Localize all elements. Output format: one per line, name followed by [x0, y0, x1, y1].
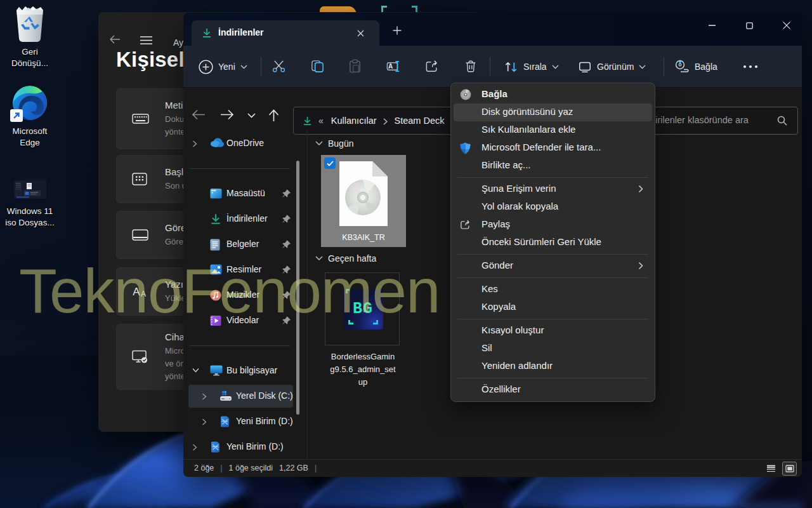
thumbnail-view-icon[interactable] — [782, 462, 797, 476]
sort-icon — [504, 60, 518, 74]
sidebar-item-yeni-birim-d[interactable]: Yeni Birim (D:) — [183, 436, 296, 458]
tree-chevron-icon[interactable] — [202, 393, 207, 400]
share-button[interactable] — [425, 59, 440, 74]
section-header-last-week[interactable]: Geçen hafta — [315, 253, 376, 264]
edge-icon — [11, 84, 48, 121]
sidebar-label: Belgeler — [226, 239, 259, 249]
chevron-down-icon — [240, 65, 247, 69]
desktop-icon-microsoft-edge[interactable]: MicrosoftEdge — [0, 84, 60, 149]
tree-chevron-icon[interactable] — [202, 418, 207, 425]
new-button[interactable]: Yeni — [193, 55, 252, 79]
sidebar-item-belgeler[interactable]: Belgeler — [183, 233, 296, 256]
menu-item-paylaş[interactable]: Paylaş — [454, 216, 652, 234]
tab-indirilenler[interactable]: İndirilenler — [192, 20, 379, 46]
menu-item-microsoft-defender-ile-tara[interactable]: Microsoft Defender ile tara... — [454, 139, 652, 157]
back-icon[interactable] — [192, 109, 206, 120]
recycle-bin-icon — [13, 6, 46, 43]
mount-label: Bağla — [695, 62, 717, 72]
tab-close-icon[interactable] — [354, 27, 367, 39]
section-header-today[interactable]: Bugün — [315, 138, 353, 149]
tree-chevron-icon[interactable] — [192, 140, 197, 147]
selection-checkbox[interactable] — [324, 157, 336, 169]
breadcrumb-overflow-chevron[interactable]: « — [318, 116, 324, 126]
menu-item-önceki-sürümleri-geri-yükle[interactable]: Önceki Sürümleri Geri Yükle — [454, 234, 652, 251]
status-bar: 2 öğe | 1 öğe seçildi 1,22 GB | — [183, 459, 802, 477]
menu-item-kısayol-oluştur[interactable]: Kısayol oluştur — [454, 322, 652, 340]
view-button[interactable]: Görünüm — [573, 55, 651, 79]
delete-button[interactable] — [464, 59, 479, 74]
sidebar-label: Bu bilgisayar — [226, 365, 277, 375]
paste-button[interactable] — [348, 59, 363, 74]
menu-item-yeniden-adlandır[interactable]: Yeniden adlandır — [454, 358, 652, 375]
pin-icon — [282, 189, 291, 198]
desktop-icon-windows-11-iso[interactable]: Windows 11iso Dosyas... — [0, 177, 60, 229]
menu-item-kopyala[interactable]: Kopyala — [454, 298, 652, 316]
search-icon[interactable] — [777, 116, 787, 126]
more-button[interactable] — [738, 60, 763, 74]
menu-separator — [451, 251, 655, 257]
this-pc-icon — [210, 365, 221, 377]
view-icon — [578, 60, 592, 74]
breadcrumb-steam-deck[interactable]: Steam Deck — [395, 116, 445, 126]
new-tab-icon[interactable] — [393, 26, 402, 35]
keyboard-icon — [132, 112, 149, 125]
download-icon — [303, 116, 312, 126]
menu-item-label: Kopyala — [481, 301, 516, 312]
menu-item-özellikler[interactable]: Özellikler — [454, 381, 652, 399]
menu-item-sık-kullanılanlara-ekle[interactable]: Sık Kullanılanlara ekle — [454, 121, 652, 139]
sidebar-item-m-zikler[interactable]: Müzikler — [183, 284, 296, 307]
menu-separator — [451, 275, 655, 281]
menu-item-gönder[interactable]: Gönder — [454, 257, 652, 275]
pin-icon — [282, 290, 291, 300]
recent-locations-chevron-icon[interactable] — [247, 113, 256, 118]
sidebar-item-yerel-disk-c[interactable]: Yerel Disk (C:) — [183, 385, 296, 408]
desktop-icon-recycle-bin[interactable]: GeriDönüşü... — [0, 6, 60, 69]
window-close-icon[interactable] — [773, 18, 801, 33]
sidebar-item-bu-bilgisayar[interactable]: Bu bilgisayar — [183, 359, 296, 382]
details-view-icon[interactable] — [764, 462, 778, 476]
sidebar-item-masa-st[interactable]: Masaüstü — [183, 182, 296, 205]
breadcrumb-chevron-icon — [383, 118, 388, 125]
sidebar-item-videolar[interactable]: Videolar — [183, 309, 296, 332]
downloads-icon — [210, 213, 221, 225]
forward-icon[interactable] — [220, 109, 234, 120]
svg-text:BG: BG — [353, 300, 373, 318]
mount-button[interactable]: Bağla — [669, 55, 723, 79]
sidebar-item-yeni-birim-d[interactable]: Yeni Birim (D:) — [183, 410, 296, 433]
menu-item-label: Şuna Erişim verin — [481, 183, 556, 194]
settings-back-icon[interactable] — [110, 35, 121, 44]
rename-button[interactable]: A — [386, 59, 402, 74]
maximize-icon[interactable] — [735, 18, 763, 33]
breadcrumb-kullanicilar[interactable]: Kullanıcılar — [331, 116, 377, 126]
menu-item-label: Sil — [481, 342, 492, 353]
menu-item-label: Birlikte aç... — [481, 159, 531, 170]
menu-item-şuna-erişim-verin[interactable]: Şuna Erişim verin — [454, 180, 652, 198]
sidebar-label: OneDrive — [226, 138, 264, 148]
cut-button[interactable] — [272, 59, 287, 74]
menu-item-kes[interactable]: Kes — [454, 281, 652, 298]
copy-button[interactable] — [310, 59, 325, 74]
sidebar-item-onedrive[interactable]: OneDrive — [183, 132, 296, 155]
menu-item-sil[interactable]: Sil — [454, 340, 652, 358]
view-label: Görünüm — [597, 62, 634, 72]
menu-item-disk-görüntüsünü-yaz[interactable]: Disk görüntüsünü yaz — [454, 104, 652, 121]
tree-chevron-icon[interactable] — [192, 444, 197, 451]
sidebar-item-i-ndirilenler[interactable]: İndirilenler — [183, 208, 296, 231]
up-icon[interactable] — [268, 109, 279, 122]
file-name: KB3AIK_TR — [321, 233, 406, 242]
menu-item-birlikte-aç[interactable]: Birlikte aç... — [454, 157, 652, 175]
hamburger-icon[interactable] — [140, 36, 152, 44]
sidebar-scrollbar[interactable] — [296, 161, 299, 415]
sort-button[interactable]: Sırala — [499, 55, 564, 79]
menu-item-bağla[interactable]: Bağla — [454, 86, 652, 104]
taskbar-icon — [132, 229, 148, 241]
file-borderlessgaming[interactable]: BG BorderlessGamin g9.5.6_admin_set up — [325, 272, 400, 345]
menu-item-yol-olarak-kopyala[interactable]: Yol olarak kopyala — [454, 198, 652, 216]
tree-chevron-icon[interactable] — [192, 368, 199, 373]
file-kb3aik-tr[interactable]: KB3AIK_TR — [321, 155, 406, 247]
minimize-icon[interactable] — [698, 18, 726, 33]
sidebar-item-resimler[interactable]: Resimler — [183, 258, 296, 281]
pin-icon — [282, 239, 291, 249]
new-plus-icon — [199, 60, 213, 74]
command-bar: YeniASıralaGörünümBağla — [183, 46, 802, 88]
